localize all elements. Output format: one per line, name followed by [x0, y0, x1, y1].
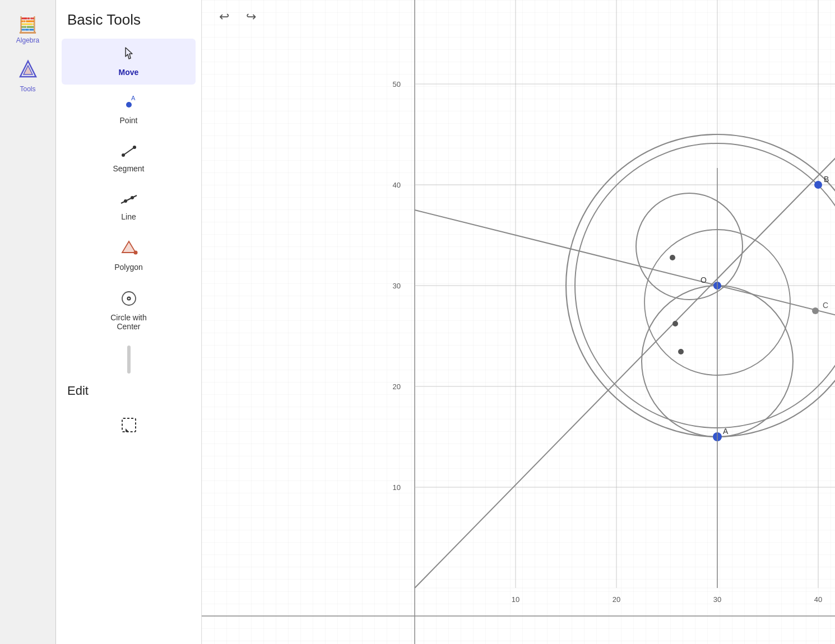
label-O: O [701, 276, 707, 284]
svg-point-12 [133, 251, 137, 255]
move-label: Move [119, 68, 139, 77]
x-label-30: 30 [713, 595, 721, 604]
svg-point-15 [128, 298, 129, 300]
y-label-40: 40 [393, 181, 401, 189]
tool-polygon[interactable]: Polygon [62, 231, 196, 279]
svg-marker-2 [126, 48, 132, 59]
y-label-10: 10 [393, 483, 401, 492]
calculator-icon: 🧮 [18, 16, 38, 34]
tool-select[interactable] [62, 408, 196, 447]
x-label-10: 10 [512, 595, 519, 604]
point-inter2 [672, 321, 678, 326]
svg-marker-11 [122, 241, 136, 253]
svg-point-7 [133, 146, 136, 149]
svg-point-3 [126, 102, 132, 108]
svg-rect-19 [202, 0, 835, 644]
toolbar: ↩ ↪ [213, 6, 262, 28]
tool-line[interactable]: Line [62, 183, 196, 229]
select-icon [120, 416, 138, 437]
sidebar-item-tools[interactable]: Tools [6, 54, 50, 97]
point-label: Point [120, 116, 138, 125]
point-C[interactable] [812, 307, 819, 314]
label-A: A [723, 427, 729, 436]
left-sidebar: 🧮 Algebra Tools [0, 0, 56, 644]
tools-icon [18, 59, 38, 83]
point-icon: A [120, 95, 138, 114]
svg-text:A: A [131, 95, 136, 101]
tool-segment[interactable]: Segment [62, 135, 196, 181]
sidebar-algebra-label: Algebra [16, 36, 39, 44]
svg-point-10 [131, 196, 134, 199]
line-icon [120, 191, 138, 210]
point-inter3 [678, 349, 684, 354]
scroll-indicator [127, 346, 131, 374]
tool-circle-center[interactable]: Circle withCenter [62, 282, 196, 339]
line-label: Line [121, 212, 136, 221]
svg-point-9 [124, 199, 127, 203]
basic-tools-title: Basic Tools [56, 11, 201, 38]
svg-point-6 [122, 153, 125, 157]
segment-icon [120, 143, 138, 162]
x-label-40: 40 [814, 595, 822, 604]
y-label-30: 30 [393, 282, 401, 290]
undo-button[interactable]: ↩ [213, 6, 235, 28]
sidebar-item-algebra[interactable]: 🧮 Algebra [6, 11, 50, 49]
move-icon [121, 46, 137, 66]
point-inter1 [670, 255, 675, 260]
label-C: C [823, 301, 828, 310]
circle-center-label: Circle withCenter [110, 313, 147, 331]
polygon-label: Polygon [114, 263, 143, 272]
tool-move[interactable]: Move [62, 39, 196, 85]
canvas-area[interactable]: ↩ ↪ [202, 0, 835, 644]
x-label-20: 20 [613, 595, 620, 604]
edit-title: Edit [56, 379, 201, 407]
segment-label: Segment [113, 164, 144, 173]
y-label-20: 20 [393, 382, 401, 391]
tools-panel: Basic Tools Move A Point Segment [56, 0, 202, 644]
tool-point[interactable]: A Point [62, 87, 196, 133]
svg-rect-16 [122, 418, 136, 432]
circle-center-icon [120, 290, 138, 311]
svg-line-8 [121, 195, 137, 203]
geometry-canvas[interactable]: 10 20 30 40 50 10 20 30 40 [202, 0, 835, 644]
point-B[interactable] [814, 181, 822, 189]
svg-line-5 [123, 147, 134, 155]
y-label-50: 50 [393, 80, 401, 88]
label-B: B [824, 175, 829, 184]
polygon-icon [120, 239, 138, 260]
redo-button[interactable]: ↪ [240, 6, 262, 28]
sidebar-tools-label: Tools [20, 85, 35, 93]
